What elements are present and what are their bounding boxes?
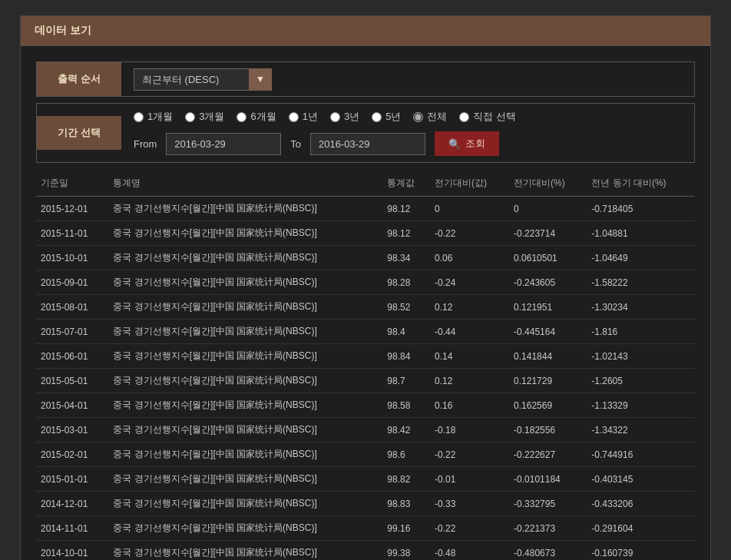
- col-value: 통계값: [382, 171, 430, 197]
- period-3y[interactable]: 3년: [330, 110, 359, 124]
- cell-name: 중국 경기선행지수[월간][中国 国家统计局(NBSC)]: [108, 221, 382, 246]
- cell-date: 2015-02-01: [36, 442, 108, 467]
- col-prev-pct: 전기대비(%): [509, 171, 587, 197]
- cell-prev-pct: -0.221373: [509, 516, 587, 541]
- cell-prev-val: 0.06: [430, 246, 509, 270]
- col-prev-val: 전기대비(값): [430, 171, 509, 197]
- cell-prev-val: 0.12: [430, 295, 509, 320]
- cell-prev-val: -0.44: [430, 320, 509, 344]
- table-row: 2014-11-01 중국 경기선행지수[월간][中国 国家统计局(NBSC)]…: [36, 516, 695, 541]
- cell-value: 98.28: [382, 270, 430, 295]
- cell-yoy: -1.816: [587, 320, 695, 344]
- cell-date: 2015-12-01: [36, 197, 108, 221]
- cell-name: 중국 경기선행지수[월간][中国 国家统计局(NBSC)]: [108, 320, 382, 344]
- table-row: 2015-11-01 중국 경기선행지수[월간][中国 国家统计局(NBSC)]…: [36, 221, 695, 246]
- cell-yoy: -1.02143: [587, 344, 695, 369]
- cell-value: 98.7: [382, 369, 430, 393]
- cell-date: 2014-10-01: [36, 541, 108, 561]
- cell-yoy: -1.30234: [587, 295, 695, 320]
- output-order-label: 출력 순서: [37, 62, 121, 96]
- cell-prev-val: 0: [430, 197, 509, 221]
- output-order-row: 출력 순서 최근부터 (DESC) 오래된것부터 (ASC) ▼: [36, 61, 695, 97]
- cell-value: 98.34: [382, 246, 430, 270]
- cell-prev-val: 0.16: [430, 393, 509, 418]
- cell-prev-pct: -0.480673: [509, 541, 587, 561]
- cell-prev-pct: 0.121729: [509, 369, 587, 393]
- period-all[interactable]: 전체: [413, 110, 447, 124]
- cell-prev-val: -0.18: [430, 418, 509, 442]
- cell-prev-val: -0.01: [430, 467, 509, 492]
- from-label: From: [134, 138, 157, 150]
- cell-date: 2015-08-01: [36, 295, 108, 320]
- cell-yoy: -0.160739: [587, 541, 695, 561]
- period-row: 기간 선택 1개월 3개월 6개월: [36, 103, 695, 163]
- cell-value: 98.58: [382, 393, 430, 418]
- cell-prev-val: -0.22: [430, 221, 509, 246]
- cell-date: 2015-09-01: [36, 270, 108, 295]
- period-1m[interactable]: 1개월: [134, 110, 173, 124]
- cell-value: 98.42: [382, 418, 430, 442]
- main-container: 데이터 보기 출력 순서 최근부터 (DESC) 오래된것부터 (ASC) ▼ …: [20, 15, 711, 560]
- cell-date: 2015-10-01: [36, 246, 108, 270]
- table-row: 2014-12-01 중국 경기선행지수[월간][中国 国家统计局(NBSC)]…: [36, 492, 695, 516]
- cell-name: 중국 경기선행지수[월간][中国 国家统计局(NBSC)]: [108, 492, 382, 516]
- cell-yoy: -0.403145: [587, 467, 695, 492]
- cell-prev-pct: -0.182556: [509, 418, 587, 442]
- cell-prev-val: -0.33: [430, 492, 509, 516]
- from-date-input[interactable]: [166, 133, 281, 155]
- cell-name: 중국 경기선행지수[월간][中国 国家统计局(NBSC)]: [108, 246, 382, 270]
- cell-yoy: -0.744916: [587, 442, 695, 467]
- to-label: To: [290, 138, 301, 150]
- cell-name: 중국 경기선행지수[월간][中国 国家统计局(NBSC)]: [108, 442, 382, 467]
- to-date-input[interactable]: [310, 133, 425, 155]
- date-range-row: From To 🔍 조회: [134, 131, 682, 156]
- sort-select[interactable]: 최근부터 (DESC) 오래된것부터 (ASC): [134, 68, 272, 91]
- cell-prev-val: 0.12: [430, 369, 509, 393]
- cell-prev-pct: 0.162569: [509, 393, 587, 418]
- cell-yoy: -1.2605: [587, 369, 695, 393]
- output-order-content: 최근부터 (DESC) 오래된것부터 (ASC) ▼: [121, 68, 694, 91]
- panel-title: 데이터 보기: [21, 16, 710, 46]
- search-icon: 🔍: [448, 138, 461, 150]
- cell-yoy: -0.433206: [587, 492, 695, 516]
- cell-value: 98.84: [382, 344, 430, 369]
- period-6m[interactable]: 6개월: [237, 110, 276, 124]
- table-row: 2015-06-01 중국 경기선행지수[월간][中国 国家统计局(NBSC)]…: [36, 344, 695, 369]
- cell-date: 2015-03-01: [36, 418, 108, 442]
- period-custom[interactable]: 직접 선택: [459, 110, 516, 124]
- cell-value: 98.82: [382, 467, 430, 492]
- search-button[interactable]: 🔍 조회: [435, 131, 499, 156]
- cell-name: 중국 경기선행지수[월간][中国 国家统计局(NBSC)]: [108, 467, 382, 492]
- cell-name: 중국 경기선행지수[월간][中国 国家统计局(NBSC)]: [108, 541, 382, 561]
- cell-yoy: -0.718405: [587, 197, 695, 221]
- cell-name: 중국 경기선행지수[월간][中国 国家统计局(NBSC)]: [108, 270, 382, 295]
- cell-prev-pct: -0.223714: [509, 221, 587, 246]
- period-3m[interactable]: 3개월: [185, 110, 224, 124]
- cell-date: 2014-11-01: [36, 516, 108, 541]
- cell-prev-val: -0.48: [430, 541, 509, 561]
- table-row: 2015-07-01 중국 경기선행지수[월간][中国 国家统计局(NBSC)]…: [36, 320, 695, 344]
- cell-value: 98.12: [382, 197, 430, 221]
- cell-date: 2015-01-01: [36, 467, 108, 492]
- table-row: 2015-12-01 중국 경기선행지수[월간][中国 国家统计局(NBSC)]…: [36, 197, 695, 221]
- cell-date: 2015-06-01: [36, 344, 108, 369]
- cell-prev-pct: 0.121951: [509, 295, 587, 320]
- period-content: 1개월 3개월 6개월 1년: [121, 104, 694, 162]
- table-row: 2015-08-01 중국 경기선행지수[월간][中国 国家统计局(NBSC)]…: [36, 295, 695, 320]
- table-row: 2015-02-01 중국 경기선행지수[월간][中国 国家统计局(NBSC)]…: [36, 442, 695, 467]
- cell-name: 중국 경기선행지수[월간][中国 国家统计局(NBSC)]: [108, 393, 382, 418]
- cell-value: 98.83: [382, 492, 430, 516]
- cell-name: 중국 경기선행지수[월간][中国 国家统计局(NBSC)]: [108, 344, 382, 369]
- sort-select-wrapper: 최근부터 (DESC) 오래된것부터 (ASC) ▼: [134, 68, 272, 91]
- cell-prev-pct: 0.0610501: [509, 246, 587, 270]
- cell-name: 중국 경기선행지수[월간][中国 国家统计局(NBSC)]: [108, 295, 382, 320]
- cell-date: 2015-07-01: [36, 320, 108, 344]
- cell-yoy: -0.291604: [587, 516, 695, 541]
- table-row: 2015-01-01 중국 경기선행지수[월간][中国 国家统计局(NBSC)]…: [36, 467, 695, 492]
- period-5y[interactable]: 5년: [372, 110, 401, 124]
- cell-yoy: -1.04881: [587, 221, 695, 246]
- period-1y[interactable]: 1년: [289, 110, 318, 124]
- cell-value: 99.38: [382, 541, 430, 561]
- cell-prev-pct: 0.141844: [509, 344, 587, 369]
- cell-prev-pct: -0.0101184: [509, 467, 587, 492]
